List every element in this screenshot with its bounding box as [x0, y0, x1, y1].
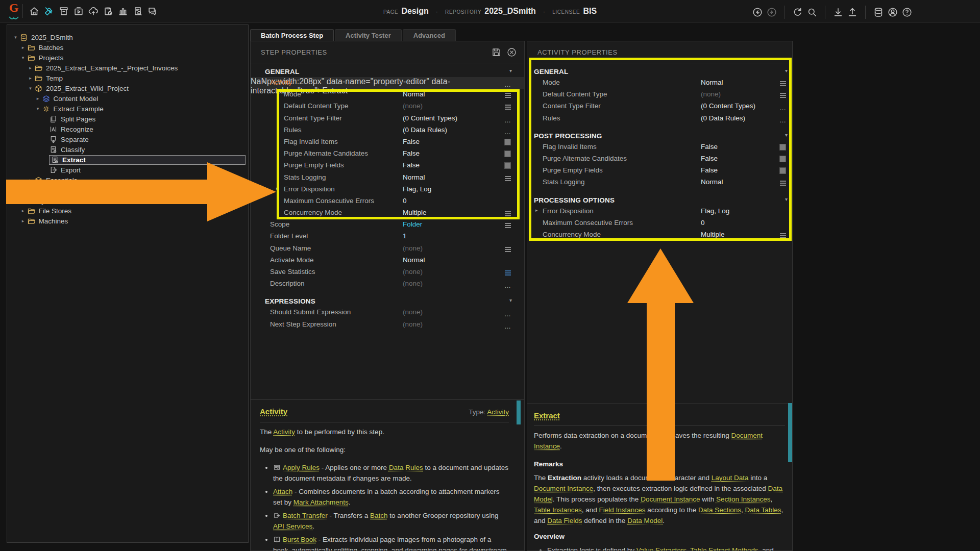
tree-item-batches[interactable]: ▸Batches: [7, 42, 248, 53]
link-data-fields[interactable]: Data Fields: [547, 517, 582, 524]
link-batch-transfer[interactable]: Batch Transfer: [283, 512, 328, 519]
tree-item-essentials[interactable]: ▸Essentials: [7, 175, 248, 185]
property-row-scope[interactable]: ScopeFolder: [251, 219, 524, 231]
menu-button[interactable]: [504, 269, 511, 278]
back-icon[interactable]: [752, 7, 763, 18]
batches-icon[interactable]: [58, 6, 69, 17]
link-data-sections[interactable]: Data Sections: [698, 506, 741, 514]
expand-icon[interactable]: ▸: [27, 178, 34, 183]
ellipsis-button[interactable]: …: [504, 281, 511, 290]
tree-item-2025-extract-wiki-project[interactable]: ▾2025_Extract_Wiki_Project: [7, 83, 248, 93]
menu-button[interactable]: [779, 232, 787, 241]
property-row-flag-invalid-items[interactable]: Flag Invalid ItemsFalse: [251, 136, 524, 148]
property-row-content-type-filter[interactable]: Content Type Filter(0 Content Types)…: [527, 101, 792, 112]
link-table-instances[interactable]: Table Instances: [534, 506, 582, 514]
property-row-folder-level[interactable]: Folder Level1: [251, 231, 524, 242]
link-mark-attachments[interactable]: Mark Attachments: [293, 498, 349, 506]
checkbox[interactable]: [504, 151, 511, 157]
chevron-down-icon[interactable]: ▾: [509, 68, 512, 73]
property-row-save-statistics[interactable]: Save Statistics(none): [251, 266, 524, 278]
property-row-default-content-type[interactable]: Default Content Type(none): [527, 89, 792, 101]
menu-button[interactable]: [504, 174, 511, 184]
chat-icon[interactable]: [147, 6, 158, 17]
tree-item-recognize[interactable]: Recognize: [7, 124, 248, 134]
refresh-icon[interactable]: [792, 7, 803, 18]
property-row-rules[interactable]: Rules(0 Data Rules)…: [251, 124, 524, 136]
chevron-down-icon[interactable]: ▾: [509, 297, 512, 303]
property-row-default-content-type[interactable]: Default Content Type(none): [251, 101, 524, 112]
menu-button[interactable]: [504, 221, 511, 231]
tree-item-2025-dsmith[interactable]: ▾2025_DSmith: [7, 32, 248, 42]
tree-item-separate[interactable]: Separate: [7, 134, 248, 144]
account-icon[interactable]: [887, 7, 898, 18]
property-row-flag-invalid-items[interactable]: Flag Invalid ItemsFalse: [527, 141, 792, 153]
tree-item-classify[interactable]: Classify: [7, 144, 248, 155]
link-table-extract-methods[interactable]: Table Extract Methods: [690, 546, 758, 550]
link-value-extractors[interactable]: Value Extractors: [636, 546, 687, 550]
property-row-maximum-consecutive-errors[interactable]: Maximum Consecutive Errors0: [527, 217, 792, 229]
property-row-error-disposition[interactable]: ▸Error DispositionFlag, Log: [527, 206, 792, 217]
expand-icon[interactable]: ▸: [19, 45, 27, 50]
ellipsis-button[interactable]: …: [504, 115, 511, 124]
property-row-purge-alternate-candidates[interactable]: Purge Alternate CandidatesFalse: [527, 153, 792, 165]
tree-item-extract[interactable]: Extract: [7, 155, 248, 165]
expand-icon[interactable]: ▸: [535, 208, 538, 213]
property-row-queue-name[interactable]: Queue Name(none): [251, 243, 524, 255]
property-row-maximum-consecutive-errors[interactable]: Maximum Consecutive Errors0: [251, 195, 524, 207]
link-data-rules[interactable]: Data Rules: [389, 464, 423, 471]
checkbox[interactable]: [504, 139, 511, 145]
link-burst-book[interactable]: Burst Book: [283, 536, 316, 543]
property-row-concurrency-mode[interactable]: Concurrency ModeMultiple: [527, 229, 792, 241]
menu-button[interactable]: [504, 91, 511, 101]
link-batch[interactable]: Batch: [370, 512, 388, 519]
property-row-purge-empty-fields[interactable]: Purge Empty FieldsFalse: [527, 165, 792, 177]
upload-icon[interactable]: [847, 7, 858, 18]
close-icon[interactable]: [506, 47, 517, 58]
link-section-instances[interactable]: Section Instances: [716, 495, 771, 503]
property-row-activate-mode[interactable]: Activate ModeNormal: [251, 255, 524, 266]
collapse-icon[interactable]: ▾: [34, 106, 42, 111]
menu-button[interactable]: [504, 210, 511, 219]
search-icon[interactable]: [806, 7, 818, 18]
tree-item-split-pages[interactable]: Split Pages: [7, 114, 248, 124]
ellipsis-button[interactable]: …: [504, 321, 511, 331]
link-api-services[interactable]: API Services: [273, 522, 312, 530]
property-row-purge-alternate-candidates[interactable]: Purge Alternate CandidatesFalse: [251, 148, 524, 160]
link-layout-data[interactable]: Layout Data: [712, 474, 749, 482]
link-field-instances[interactable]: Field Instances: [599, 506, 646, 514]
expand-icon[interactable]: ▸: [19, 198, 27, 203]
scrollbar-thumb[interactable]: [517, 400, 521, 424]
link-data-tables[interactable]: Data Tables: [745, 506, 781, 514]
expand-icon[interactable]: ▸: [34, 96, 42, 101]
ellipsis-button[interactable]: …: [504, 127, 511, 136]
checkbox[interactable]: [779, 144, 786, 151]
menu-button[interactable]: [504, 245, 511, 255]
help-icon[interactable]: [901, 7, 913, 18]
property-row-concurrency-mode[interactable]: Concurrency ModeMultiple: [251, 207, 524, 219]
review-icon[interactable]: [132, 6, 143, 17]
property-row-mode[interactable]: ModeNormal: [527, 77, 792, 89]
tree-item-file-stores[interactable]: ▸File Stores: [7, 206, 248, 216]
type-value-link[interactable]: Activity: [487, 408, 509, 416]
menu-button[interactable]: [779, 91, 787, 101]
tree-item-content-model[interactable]: ▸Content Model: [7, 93, 248, 104]
menu-button[interactable]: [779, 179, 787, 188]
expand-icon[interactable]: ▸: [19, 218, 27, 223]
collapse-icon[interactable]: ▾: [262, 79, 265, 84]
tree-item-queues[interactable]: ▸Queues: [7, 195, 248, 206]
property-row-error-disposition[interactable]: ▸Error DispositionFlag, Log: [251, 184, 524, 195]
expand-icon[interactable]: ▸: [27, 76, 34, 81]
tree-item-projects[interactable]: ▾Projects: [7, 53, 248, 63]
property-row-content-type-filter[interactable]: Content Type Filter(0 Content Types)…: [251, 113, 524, 124]
download-icon[interactable]: [832, 7, 844, 18]
property-row-rules[interactable]: Rules(0 Data Rules)…: [527, 113, 792, 124]
tree-item-export[interactable]: Export: [7, 165, 248, 175]
tree-item-processes[interactable]: ▸Processes: [7, 185, 248, 195]
save-icon[interactable]: [491, 47, 502, 58]
link-data-model[interactable]: Data Model: [627, 517, 663, 524]
chevron-down-icon[interactable]: ▾: [785, 132, 788, 138]
ellipsis-button[interactable]: …: [779, 103, 787, 112]
home-icon[interactable]: [29, 6, 40, 17]
link-attach[interactable]: Attach: [273, 488, 292, 495]
collapse-icon[interactable]: ▾: [19, 55, 27, 60]
